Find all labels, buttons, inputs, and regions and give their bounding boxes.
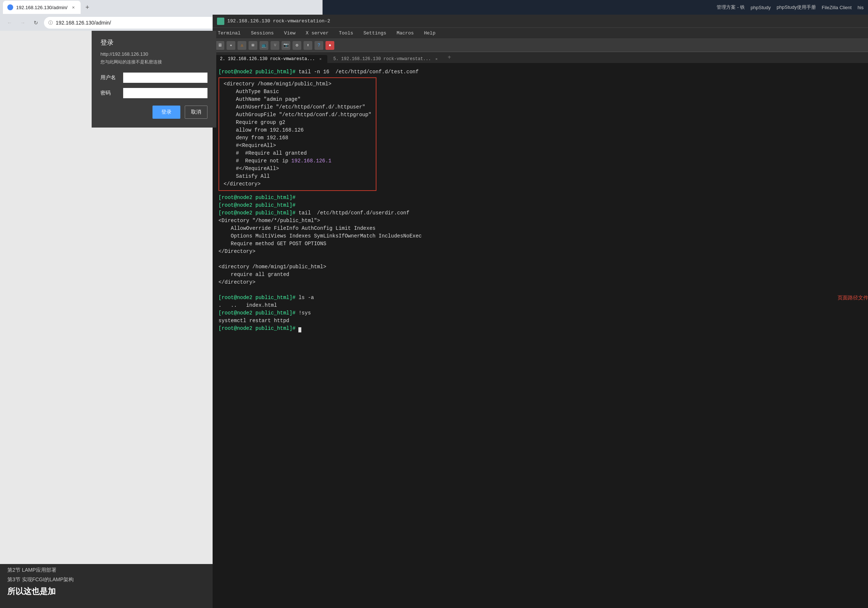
taskbar-item-phpstudy-manual[interactable]: phpStudy使用手册 [777,4,816,11]
config-line-13: Satisfy All [223,173,371,180]
config-line-1: <directory /home/ming1/public_html> [223,80,371,88]
menu-help[interactable]: Help [422,30,438,37]
menu-settings[interactable]: Settings [361,30,389,37]
config-line-12: #</RequireAll> [223,165,371,173]
username-label: 用户名 [101,74,119,81]
config-line-3: AuthName "admin page" [223,96,371,104]
term-btn-fork[interactable]: ⑂ [271,41,279,50]
terminal-tabs: 2. 192.168.126.130 rock-vmwaresta... ✕ 5… [212,52,868,64]
term-btn-camera[interactable]: 📷 [282,41,290,50]
after-line-10: <directory /home/ming1/public_html> [219,263,862,271]
password-input[interactable] [123,88,208,98]
login-submit-button[interactable]: 登录 [152,105,180,119]
login-cancel-button[interactable]: 取消 [185,105,208,119]
config-line-9: #<RequireAll> [223,142,371,150]
new-tab-button[interactable]: + [82,2,92,12]
term-btn-upload[interactable]: ⬆ [304,41,312,50]
config-line-5: AuthGroupFile "/etc/httpd/conf.d/.httpgr… [223,111,371,119]
taskbar-item-his[interactable]: his [857,5,863,10]
after-line-16: [root@node2 public_html]# !sys [219,309,862,317]
login-dialog: 登录 http://192.168.126.130 您与此网站的连接不是私密连接… [91,31,216,128]
config-line-2: AuthType Basic [223,88,371,96]
config-line-14: </directory> [223,180,371,188]
login-url: http://192.168.126.130 [101,51,208,57]
config-line-7: allow from 192.168.126 [223,127,371,134]
after-line-11: require all granted [219,271,862,278]
tab-bar: 192.168.126.130/admin/ ✕ + [0,0,322,15]
terminal-app-icon [217,18,224,25]
taskbar-item-filezilla[interactable]: FileZilla Client [822,5,852,10]
lines-after-block: [root@node2 public_html]# [root@node2 pu… [219,194,862,333]
forward-button[interactable]: → [18,18,28,28]
after-line-15: . .. index.html [219,302,862,309]
after-line-3: [root@node2 public_html]# tail /etc/http… [219,209,862,217]
right-taskbar: 管理方案 - 铁 phpStudy phpStudy使用手册 FileZilla… [322,0,868,15]
login-title: 登录 [101,38,208,47]
userdir-section: <directory /home/ming1/public_html> requ… [219,263,862,286]
terminal-body[interactable]: [root@node2 public_html]# tail -n 16 /et… [212,64,868,608]
after-line-4: <Directory "/home/*/public_html"> [219,217,862,225]
login-buttons: 登录 取消 [101,105,208,119]
term-tab-5[interactable]: 5. 192.168.126.130 rock-vmwarestat... ✕ [329,55,443,63]
term-tab-2-close[interactable]: ✕ [318,56,323,62]
menu-view[interactable]: View [282,30,298,37]
tab-close-button[interactable]: ✕ [70,5,76,10]
terminal-titlebar: 192.168.126.130 rock-vmwarestation-2 [212,15,868,28]
config-line-11: # Require not ip 192.168.126.1 [223,157,371,165]
username-input[interactable] [123,73,208,83]
term-btn-grid[interactable]: ⊞ [248,41,257,50]
after-line-17: systemctl restart httpd [219,317,862,325]
after-line-1: [root@node2 public_html]# [219,194,862,201]
config-block: <directory /home/ming1/public_html> Auth… [219,77,377,191]
term-tab-5-label: 5. 192.168.126.130 rock-vmwarestat... [333,56,431,62]
username-field-row: 用户名 [101,73,208,83]
terminal-toolbar: 🖥 ✦ ⚠ ⊞ 📺 ⑂ 📷 ⚙ ⬆ ? ● [212,39,868,52]
address-text: 192.168.126.130/admin/ [56,20,238,26]
term-tab-2[interactable]: 2. 192.168.126.130 rock-vmwaresta... ✕ [215,55,327,63]
config-line-8: deny from 192.168 [223,134,371,142]
terminal-cursor [298,327,301,333]
reload-button[interactable]: ↻ [31,18,41,28]
taskbar-item-phpstudy[interactable]: phpStudy [751,5,771,10]
config-line-10: # #Require all granted [223,150,371,157]
ls-section: [root@node2 public_html]# ls -a . .. ind… [219,294,862,309]
after-line-12: </directory> [219,278,862,286]
after-line-9 [219,255,862,263]
after-line-18: [root@node2 public_html]# [219,325,862,333]
term-tab-5-close[interactable]: ✕ [434,56,439,62]
after-line-5: AllowOverride FileInfo AuthConfig Limit … [219,225,862,232]
active-tab[interactable]: 192.168.126.130/admin/ ✕ [3,1,81,14]
menu-terminal[interactable]: Terminal [215,30,243,37]
tab-label: 192.168.126.130/admin/ [16,5,67,10]
menu-sessions[interactable]: Sessions [248,30,276,37]
menu-xserver[interactable]: X server [304,30,331,37]
term-tab-add[interactable]: + [445,53,454,62]
back-button[interactable]: ← [5,18,15,28]
term-btn-home[interactable]: 🖥 [215,41,224,50]
password-label: 密码 [101,90,119,96]
term-tab-2-label: 2. 192.168.126.130 rock-vmwaresta... [220,56,315,62]
term-btn-monitor[interactable]: 📺 [259,41,268,50]
command-line-1: [root@node2 public_html]# tail -n 16 /et… [219,68,862,76]
config-line-6: Require group g2 [223,119,371,127]
taskbar-item-guanli[interactable]: 管理方案 - 铁 [717,4,745,11]
after-line-13 [219,286,862,294]
after-line-7: Require method GET POST OPTIONS [219,240,862,248]
term-btn-star[interactable]: ✦ [226,41,235,50]
tab-favicon [7,5,13,10]
login-warning: 您与此网站的连接不是私密连接 [101,59,208,65]
term-btn-question[interactable]: ? [315,41,323,50]
menu-macros[interactable]: Macros [394,30,416,37]
after-line-6: Options MultiViews Indexes SymLinksIfOwn… [219,232,862,240]
terminal-menu-bar: Terminal Sessions View X server Tools Se… [212,28,868,39]
after-line-8: </Directory> [219,248,862,255]
term-btn-gear[interactable]: ⚙ [293,41,301,50]
menu-tools[interactable]: Tools [336,30,355,37]
annotation-auth3: 页面路径文件夹里没有.htaccess文件 授权3 [838,294,868,302]
config-block-container: <directory /home/ming1/public_html> Auth… [219,77,862,191]
password-field-row: 密码 [101,88,208,98]
terminal-window: 192.168.126.130 rock-vmwarestation-2 Ter… [212,15,868,608]
term-btn-warn[interactable]: ⚠ [237,41,246,50]
term-btn-stop[interactable]: ● [326,41,334,50]
config-line-4: AuthUserfile "/etc/httpd/conf.d/.httpuse… [223,104,371,111]
